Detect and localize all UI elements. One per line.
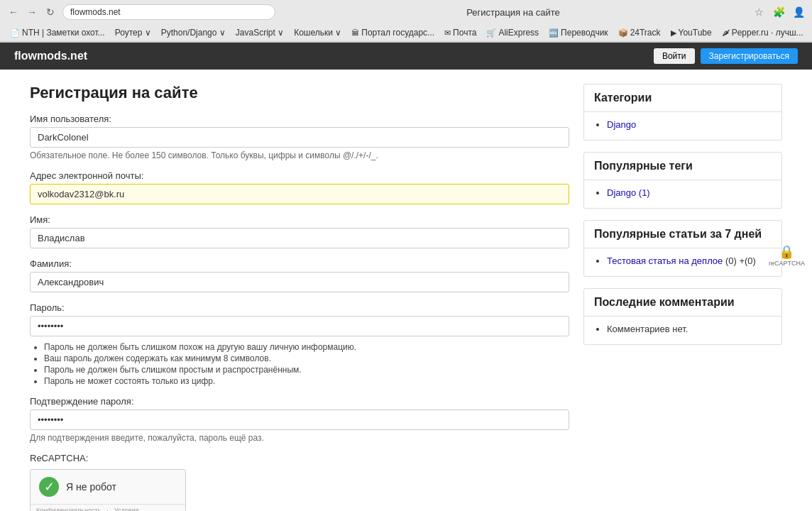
- bookmark-item[interactable]: 📚База Курсов: [809, 26, 812, 39]
- username-label: Имя пользователя:: [30, 114, 569, 124]
- password-hint: Пароль не может состоять только из цифр.: [44, 376, 569, 386]
- register-header-button[interactable]: Зарегистрироваться: [701, 48, 798, 64]
- recaptcha-terms: Условия использования: [114, 507, 180, 511]
- categories-widget: Категории Django: [583, 84, 782, 141]
- first-name-group: Имя:: [30, 214, 569, 248]
- bookmark-icon: 🛒: [486, 28, 496, 38]
- last-name-input[interactable]: [30, 272, 569, 292]
- bookmark-icon: 🔤: [549, 28, 559, 38]
- bookmarks-bar: 📄NTH | Заметки охот...Роутер ∨Python/Dja…: [0, 24, 812, 42]
- list-item: Django: [607, 119, 772, 130]
- bookmark-label: NTH | Заметки охот...: [22, 28, 105, 38]
- main-layout: Регистрация на сайте Имя пользователя: О…: [16, 70, 796, 511]
- recent-comments-body: Комментариев нет.: [584, 317, 781, 344]
- categories-list: Django: [594, 119, 772, 130]
- address-bar[interactable]: flowmods.net: [62, 4, 275, 20]
- browser-toolbar: ← → ↻ flowmods.net Регистрация на сайте …: [0, 0, 812, 24]
- first-name-label: Имя:: [30, 214, 569, 225]
- popular-articles-widget: Популярные статьи за 7 дней Тестовая ста…: [583, 220, 782, 277]
- popular-articles-title: Популярные статьи за 7 дней: [584, 221, 781, 248]
- bookmark-label: Переводчик: [561, 28, 608, 38]
- email-label: Адрес электронной почты:: [30, 170, 569, 181]
- recaptcha-widget[interactable]: ✓ Я не робот 🔒 reCAPTCHA Конфиденциально…: [30, 469, 186, 511]
- email-input[interactable]: [30, 184, 569, 204]
- bookmark-item[interactable]: 📄NTH | Заметки охот...: [6, 26, 109, 39]
- password-hint: Ваш пароль должен содержать как минимум …: [44, 353, 569, 363]
- bookmark-item[interactable]: Роутер ∨: [111, 26, 155, 39]
- bookmark-label: 24Track: [630, 28, 661, 38]
- bookmark-item[interactable]: ✉Почта: [440, 26, 481, 39]
- recent-comments-title: Последние комментарии: [584, 289, 781, 317]
- password-confirm-input[interactable]: [30, 410, 569, 430]
- bookmark-label: Портал государс...: [361, 28, 434, 38]
- popular-tags-body: Django (1): [584, 180, 781, 208]
- recaptcha-group: ReCAPTCHA: ✓ Я не робот 🔒 reCAPTCHA Кон: [30, 453, 569, 511]
- bookmark-icon[interactable]: ☆: [751, 4, 767, 20]
- recaptcha-main-row: ✓ Я не робот 🔒 reCAPTCHA: [31, 470, 185, 504]
- site-logo: flowmods.net: [14, 50, 87, 62]
- category-link-django[interactable]: Django: [607, 119, 636, 130]
- page-wrapper: flowmods.net Войти Зарегистрироваться Ре…: [0, 43, 812, 511]
- bookmark-item[interactable]: JavaScript ∨: [231, 26, 288, 39]
- browser-nav-icons: ← → ↻: [6, 4, 58, 20]
- bookmark-item[interactable]: 🏛Портал государс...: [347, 26, 439, 39]
- page-heading: Регистрация на сайте: [30, 84, 569, 102]
- recent-comments-widget: Последние комментарии Комментариев нет.: [583, 288, 782, 345]
- password-confirm-label: Подтверждение пароля:: [30, 396, 569, 407]
- bookmark-label: AliExpress: [498, 28, 539, 38]
- popular-tags-widget: Популярные теги Django (1): [583, 152, 782, 209]
- bookmark-item[interactable]: Кошельки ∨: [290, 26, 346, 39]
- bookmark-label: Почта: [453, 28, 476, 38]
- recent-comments-list: Комментариев нет.: [594, 324, 772, 334]
- bookmark-item[interactable]: 📦24Track: [614, 26, 665, 39]
- sidebar: Категории Django Популярные теги Django …: [583, 84, 782, 511]
- first-name-input[interactable]: [30, 228, 569, 248]
- bookmark-label: JavaScript ∨: [236, 28, 284, 38]
- last-name-label: Фамилия:: [30, 258, 569, 269]
- bookmark-label: Роутер ∨: [115, 28, 151, 38]
- username-group: Имя пользователя: Обязательное поле. Не …: [30, 114, 569, 160]
- bookmark-icon: ▶: [671, 28, 676, 38]
- article-link[interactable]: Тестовая статья на деплое: [607, 256, 723, 266]
- extensions-icon[interactable]: 🧩: [771, 4, 786, 20]
- browser-actions: ☆ 🧩 👤: [751, 4, 806, 20]
- browser-chrome: ← → ↻ flowmods.net Регистрация на сайте …: [0, 0, 812, 43]
- password-confirm-group: Подтверждение пароля: Для подтверждения …: [30, 396, 569, 443]
- email-group: Адрес электронной почты:: [30, 170, 569, 204]
- list-item: Тестовая статья на деплое (0) +(0): [607, 256, 772, 266]
- recaptcha-separator: ·: [106, 507, 109, 511]
- bookmark-item[interactable]: ▶YouTube: [666, 26, 716, 39]
- password-hint: Пароль не должен быть слишком простым и …: [44, 365, 569, 375]
- bookmark-item[interactable]: Python/Django ∨: [157, 26, 230, 39]
- username-input[interactable]: [30, 127, 569, 148]
- password-input[interactable]: [30, 316, 569, 336]
- back-button[interactable]: ←: [6, 4, 21, 20]
- no-comments-text: Комментариев нет.: [607, 324, 772, 334]
- site-header: flowmods.net Войти Зарегистрироваться: [0, 43, 812, 70]
- article-stats: (0) +(0): [725, 256, 756, 266]
- bookmark-label: Python/Django ∨: [161, 28, 226, 38]
- bookmark-label: Кошельки ∨: [294, 28, 341, 38]
- recaptcha-footer: Конфиденциальность · Условия использован…: [31, 504, 185, 511]
- recaptcha-check-label: Я не робот: [66, 481, 116, 493]
- categories-title: Категории: [584, 84, 781, 112]
- forward-button[interactable]: →: [24, 4, 40, 20]
- password-confirm-help: Для подтверждения введите, пожалуйста, п…: [30, 433, 569, 443]
- password-group: Пароль: Пароль не должен быть слишком по…: [30, 302, 569, 386]
- password-hint: Пароль не должен быть слишком похож на д…: [44, 342, 569, 352]
- page-title-tab: Регистрация на сайте: [280, 7, 747, 18]
- bookmark-item[interactable]: 🌶Pepper.ru · лучш...: [718, 26, 808, 39]
- bookmark-item[interactable]: 🛒AliExpress: [482, 26, 543, 39]
- tag-link-django[interactable]: Django (1): [607, 187, 650, 198]
- password-label: Пароль:: [30, 302, 569, 313]
- profile-icon[interactable]: 👤: [791, 4, 806, 20]
- login-button[interactable]: Войти: [654, 48, 695, 64]
- popular-tags-list: Django (1): [594, 187, 772, 198]
- bookmark-icon: 🌶: [722, 28, 730, 37]
- bookmark-label: Pepper.ru · лучш...: [732, 28, 803, 38]
- recaptcha-checkmark: ✓: [39, 477, 59, 497]
- bookmark-item[interactable]: 🔤Переводчик: [544, 26, 613, 39]
- bookmark-icon: 📦: [618, 28, 628, 38]
- last-name-group: Фамилия:: [30, 258, 569, 292]
- refresh-button[interactable]: ↻: [43, 4, 58, 20]
